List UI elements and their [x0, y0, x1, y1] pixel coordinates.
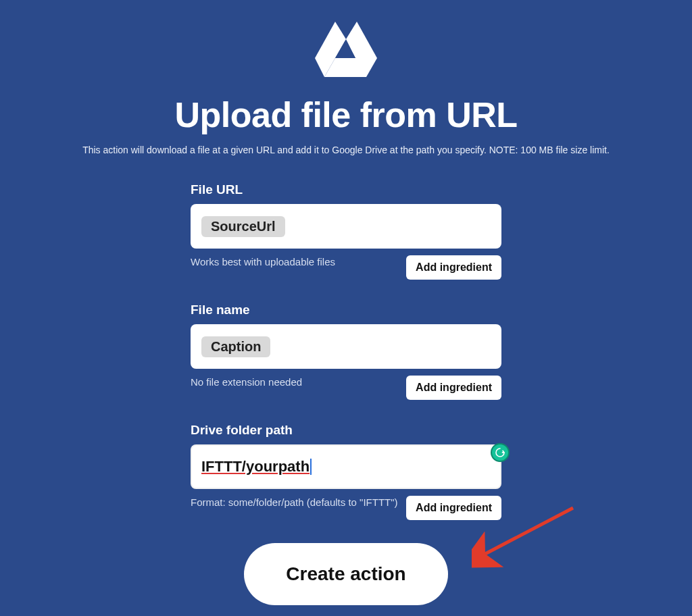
field-file-url: File URL SourceUrl Works best with uploa…	[191, 182, 501, 280]
folder-path-value: IFTTT/yourpath	[201, 458, 310, 476]
file-name-hint: No file extension needed	[191, 376, 398, 389]
folder-path-label: Drive folder path	[191, 423, 501, 438]
text-caret	[310, 459, 312, 475]
file-name-input[interactable]: Caption	[191, 324, 501, 369]
create-action-button[interactable]: Create action	[244, 543, 447, 605]
ingredient-chip-sourceurl[interactable]: SourceUrl	[201, 216, 285, 237]
google-drive-icon	[312, 19, 380, 84]
action-form: File URL SourceUrl Works best with uploa…	[191, 182, 501, 605]
file-url-hint: Works best with uploadable files	[191, 255, 398, 269]
page-title: Upload file from URL	[0, 95, 692, 135]
grammarly-icon[interactable]	[491, 443, 510, 462]
folder-path-hint: Format: some/folder/path (defaults to "I…	[191, 496, 398, 509]
ingredient-chip-caption[interactable]: Caption	[201, 336, 270, 357]
add-ingredient-button[interactable]: Add ingredient	[406, 496, 501, 520]
file-name-label: File name	[191, 303, 501, 317]
file-url-input[interactable]: SourceUrl	[191, 204, 501, 249]
field-folder-path: Drive folder path IFTTT/yourpath Format:…	[191, 423, 501, 520]
folder-path-input[interactable]: IFTTT/yourpath	[191, 444, 501, 489]
add-ingredient-button[interactable]: Add ingredient	[406, 376, 501, 400]
file-url-label: File URL	[191, 182, 501, 197]
page-subtitle: This action will download a file at a gi…	[0, 145, 692, 155]
field-file-name: File name Caption No file extension need…	[191, 303, 501, 400]
add-ingredient-button[interactable]: Add ingredient	[406, 255, 501, 280]
